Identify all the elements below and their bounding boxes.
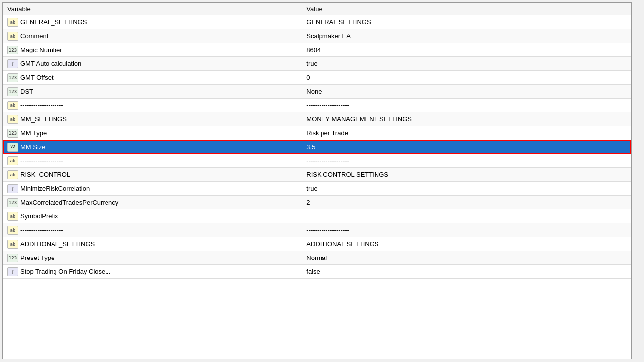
- variable-name: MM Size: [20, 143, 46, 151]
- icon-ab: ab: [7, 18, 18, 27]
- value-cell: GENERAL SETTINGS: [302, 15, 631, 29]
- variable-cell: ab--------------------: [3, 154, 302, 168]
- value-cell: 8604: [302, 43, 631, 57]
- variable-name: RISK_CONTROL: [20, 171, 70, 178]
- variable-cell: 123MaxCorrelatedTradesPerCurrency: [3, 196, 302, 209]
- settings-table: Variable Value abGENERAL_SETTINGSGENERAL…: [3, 3, 631, 279]
- table-row[interactable]: ∫Stop Trading On Friday Close...false: [3, 265, 631, 279]
- column-header-value: Value: [302, 3, 631, 15]
- variable-cell: abRISK_CONTROL: [3, 168, 302, 182]
- table-row[interactable]: abRISK_CONTROLRISK CONTROL SETTINGS: [3, 168, 631, 182]
- value-cell: --------------------: [302, 223, 631, 237]
- value-cell: Risk per Trade: [302, 126, 631, 140]
- table-row[interactable]: V2MM Size3.5: [3, 140, 631, 154]
- icon-ab: ab: [7, 240, 18, 249]
- table-row[interactable]: abCommentScalpmaker EA: [3, 29, 631, 43]
- icon-func: ∫: [7, 267, 18, 276]
- variable-cell: abADDITIONAL_SETTINGS: [3, 237, 302, 251]
- table-row[interactable]: ∫GMT Auto calculationtrue: [3, 57, 631, 71]
- value-cell: ADDITIONAL SETTINGS: [302, 237, 631, 251]
- variable-cell: ∫GMT Auto calculation: [3, 57, 302, 71]
- variable-name: --------------------: [20, 226, 63, 234]
- variable-cell: ∫Stop Trading On Friday Close...: [3, 265, 302, 279]
- icon-func: ∫: [7, 59, 18, 68]
- table-row[interactable]: abADDITIONAL_SETTINGSADDITIONAL SETTINGS: [3, 237, 631, 251]
- icon-ab: ab: [7, 226, 18, 235]
- table-row[interactable]: 123Magic Number8604: [3, 43, 631, 57]
- value-cell: 2: [302, 196, 631, 209]
- variable-cell: ∫MinimizeRiskCorrelation: [3, 182, 302, 196]
- variable-name: --------------------: [20, 157, 63, 164]
- icon-ab: ab: [7, 212, 18, 221]
- variable-cell: abGENERAL_SETTINGS: [3, 15, 302, 29]
- icon-123: 123: [7, 73, 18, 82]
- variable-cell: 123Magic Number: [3, 43, 302, 57]
- variable-name: MM Type: [20, 129, 47, 137]
- variable-name: Stop Trading On Friday Close...: [20, 268, 110, 275]
- variable-cell: abComment: [3, 29, 302, 43]
- value-cell: 0: [302, 71, 631, 85]
- variable-cell: abSymbolPrefix: [3, 209, 302, 223]
- variable-name: GMT Auto calculation: [20, 60, 81, 67]
- table-row[interactable]: abGENERAL_SETTINGSGENERAL SETTINGS: [3, 15, 631, 29]
- variable-cell: 123GMT Offset: [3, 71, 302, 85]
- variable-cell: 123MM Type: [3, 126, 302, 140]
- table-row[interactable]: ab--------------------------------------…: [3, 99, 631, 112]
- value-cell: [302, 209, 631, 223]
- value-cell: --------------------: [302, 154, 631, 168]
- icon-123: 123: [7, 254, 18, 262]
- value-cell: RISK CONTROL SETTINGS: [302, 168, 631, 182]
- variable-name: ADDITIONAL_SETTINGS: [20, 240, 95, 248]
- icon-ab: ab: [7, 32, 18, 41]
- table-row[interactable]: 123MaxCorrelatedTradesPerCurrency2: [3, 196, 631, 209]
- icon-ab: ab: [7, 115, 18, 124]
- variable-name: Preset Type: [20, 254, 54, 261]
- variable-cell: 123Preset Type: [3, 251, 302, 265]
- variable-name: SymbolPrefix: [20, 212, 58, 220]
- table-row[interactable]: 123DSTNone: [3, 85, 631, 99]
- variable-name: MinimizeRiskCorrelation: [20, 185, 90, 192]
- variable-name: Comment: [20, 32, 48, 40]
- table-row[interactable]: ab--------------------------------------…: [3, 223, 631, 237]
- value-cell: None: [302, 85, 631, 99]
- value-cell: Scalpmaker EA: [302, 29, 631, 43]
- table-row[interactable]: 123Preset TypeNormal: [3, 251, 631, 265]
- table-row[interactable]: abSymbolPrefix: [3, 209, 631, 223]
- value-cell: Normal: [302, 251, 631, 265]
- variable-cell: ab--------------------: [3, 99, 302, 112]
- value-cell: true: [302, 57, 631, 71]
- icon-123: 123: [7, 129, 18, 138]
- icon-ab: ab: [7, 170, 18, 179]
- icon-123: 123: [7, 87, 18, 96]
- table-row[interactable]: 123GMT Offset0: [3, 71, 631, 85]
- icon-ab: ab: [7, 156, 18, 165]
- table-row[interactable]: ab--------------------------------------…: [3, 154, 631, 168]
- variable-name: MM_SETTINGS: [20, 115, 67, 123]
- table-header-row: Variable Value: [3, 3, 631, 15]
- value-cell: true: [302, 182, 631, 196]
- icon-123: 123: [7, 46, 18, 54]
- variable-name: Magic Number: [20, 46, 62, 53]
- variable-name: MaxCorrelatedTradesPerCurrency: [20, 199, 118, 206]
- variable-cell: 123DST: [3, 85, 302, 99]
- icon-v2: V2: [7, 143, 18, 152]
- variable-name: DST: [20, 88, 33, 95]
- variable-cell: ab--------------------: [3, 223, 302, 237]
- column-header-variable: Variable: [3, 3, 302, 15]
- settings-table-container[interactable]: Variable Value abGENERAL_SETTINGSGENERAL…: [2, 2, 632, 359]
- value-cell: --------------------: [302, 99, 631, 112]
- value-cell: MONEY MANAGEMENT SETTINGS: [302, 112, 631, 126]
- icon-123: 123: [7, 198, 18, 207]
- icon-func: ∫: [7, 184, 18, 193]
- table-row[interactable]: abMM_SETTINGSMONEY MANAGEMENT SETTINGS: [3, 112, 631, 126]
- value-cell: false: [302, 265, 631, 279]
- value-cell: 3.5: [302, 140, 631, 154]
- variable-name: --------------------: [20, 102, 63, 109]
- variable-name: GENERAL_SETTINGS: [20, 18, 87, 26]
- table-row[interactable]: 123MM TypeRisk per Trade: [3, 126, 631, 140]
- variable-cell: V2MM Size: [3, 140, 302, 154]
- table-row[interactable]: ∫MinimizeRiskCorrelationtrue: [3, 182, 631, 196]
- variable-name: GMT Offset: [20, 74, 54, 81]
- icon-ab: ab: [7, 101, 18, 110]
- variable-cell: abMM_SETTINGS: [3, 112, 302, 126]
